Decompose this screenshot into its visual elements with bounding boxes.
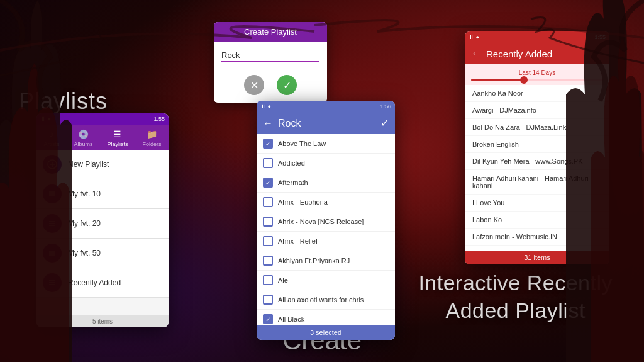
phone3-status-bar: ⏸ ● 1:55 (465, 31, 609, 43)
song-label-addicted: Addicted (278, 159, 305, 167)
phone3-recently-added: ⏸ ● 1:55 ← Recently Added Last 14 Days A… (465, 31, 609, 264)
fvt50-icon (43, 244, 62, 263)
song-checkbox-addicted[interactable] (263, 158, 273, 168)
nav-folders[interactable]: 📁 Folders (142, 128, 161, 147)
phone2-footer: 3 selected (257, 325, 395, 340)
recently-song-2[interactable]: Awargi - DJMaza.nfo (465, 102, 609, 119)
filter-slider-thumb[interactable] (520, 76, 528, 84)
song-item-above-the-law[interactable]: ✓ Above The Law (257, 134, 395, 154)
song-checkbox-ahrix-euphoria[interactable] (263, 197, 273, 207)
nav-playlists[interactable]: ☰ Playlists (107, 128, 128, 147)
phone1-playlist-list: New Playlist My fvt. 10 My fvt. 20 My fv… (36, 150, 169, 315)
nav-albums[interactable]: 💿 Albums (74, 128, 92, 147)
phone3-header: ← Recently Added (465, 43, 609, 64)
fvt10-icon (43, 184, 62, 203)
recently-song-4[interactable]: Broken English (465, 136, 609, 153)
song-checkbox-aftermath[interactable]: ✓ (263, 178, 273, 188)
filter-slider-fill (471, 79, 524, 81)
song-label-ale: Ale (278, 276, 288, 284)
new-playlist-label: New Playlist (68, 160, 109, 169)
song-item-all-black[interactable]: ✓ All Black (257, 310, 395, 325)
phone2-status-bar: ⏸ ● 1:56 (257, 101, 395, 112)
phone3-song-list: Aankho Ka Noor Awargi - DJMaza.nfo Bol D… (465, 85, 609, 251)
recently-song-5[interactable]: Dil Kyun Yeh Mera - www.Songs.PK (465, 153, 609, 170)
song-item-aftermath[interactable]: ✓ Aftermath (257, 173, 395, 193)
recently-song-9[interactable]: Lafzon mein - Webmusic.IN (465, 229, 609, 246)
song-checkbox-akhiyan[interactable] (263, 256, 273, 266)
albums-icon: 💿 (77, 128, 89, 140)
phone2-rock: ⏸ ● 1:56 ← Rock ✓ ✓ Above The Law Addict… (257, 101, 395, 340)
song-checkbox-all-black[interactable]: ✓ (263, 314, 273, 324)
folders-icon: 📁 (146, 128, 157, 140)
song-label-above-the-law: Above The Law (278, 140, 326, 147)
song-item-ahrix-nova[interactable]: Ahrix - Nova [NCS Release] (257, 212, 395, 232)
phone3-filter: Last 14 Days (465, 64, 609, 85)
playlists-icon: ☰ (112, 128, 123, 140)
phone3-footer: 31 items (465, 251, 609, 264)
recently-song-7[interactable]: I Love You (465, 195, 609, 212)
create-playlist-dialog: Create Playlist ✕ ✓ (214, 22, 327, 103)
phone2-status-time: 1:56 (380, 103, 391, 110)
song-checkbox-ale[interactable] (263, 275, 273, 285)
recently-label: Recently Added (68, 278, 121, 287)
song-checkbox-ahrix-nova[interactable] (263, 217, 273, 227)
phone2-check-all-icon[interactable]: ✓ (380, 117, 389, 129)
phone1-footer: 5 items (36, 315, 169, 327)
recently-song-8[interactable]: Labon Ko (465, 212, 609, 229)
fvt10-label: My fvt. 10 (68, 189, 101, 198)
fvt50-label: My fvt. 50 (68, 249, 101, 257)
song-label-aftermath: Aftermath (278, 179, 308, 186)
nav-artists[interactable]: ♪ Artists (43, 128, 59, 147)
song-item-ale[interactable]: Ale (257, 271, 395, 290)
phone1-body: ♪ Artists 💿 Albums ☰ Playlists 📁 Folders (36, 125, 169, 327)
recently-song-3[interactable]: Bol Do Na Zara - DJMaza.Link (465, 119, 609, 136)
recently-song-1[interactable]: Aankho Ka Noor (465, 85, 609, 102)
nav-folders-label: Folders (142, 141, 161, 147)
interactive-label: Interactive RecentlyAdded Playlist (418, 269, 613, 324)
song-item-addicted[interactable]: Addicted (257, 154, 395, 173)
fvt20-label: My fvt. 20 (68, 219, 101, 228)
song-checkbox-ahrix-relief[interactable] (263, 236, 273, 246)
dialog-ok-button[interactable]: ✓ (277, 75, 297, 95)
dialog-input-wrap (214, 42, 327, 70)
dialog-title: Create Playlist (214, 22, 327, 42)
song-item-ahrix-relief[interactable]: Ahrix - Relief (257, 232, 395, 251)
phone3-back-icon[interactable]: ← (471, 48, 481, 59)
playlist-item-new[interactable]: New Playlist (36, 150, 169, 179)
playlists-label: Playlists (19, 88, 108, 115)
phone2-title: Rock (278, 118, 375, 129)
playlist-item-fvt20[interactable]: My fvt. 20 (36, 209, 169, 239)
song-label-ahrix-euphoria: Ahrix - Euphoria (278, 198, 328, 206)
recently-song-10[interactable]: Lights (465, 246, 609, 251)
song-item-akhiyan[interactable]: Akhiyan Ft.Priyanka RJ (257, 251, 395, 271)
phone3-status-left: ⏸ ● (469, 34, 479, 40)
nav-playlists-label: Playlists (107, 141, 128, 147)
filter-slider[interactable] (471, 79, 603, 81)
playlist-item-recently[interactable]: Recently Added (36, 268, 169, 298)
playlist-item-fvt10[interactable]: My fvt. 10 (36, 179, 169, 209)
phone1-status-time: 1:55 (153, 116, 165, 122)
song-label-all-black: All Black (278, 315, 304, 323)
song-checkbox-above-the-law[interactable]: ✓ (263, 139, 273, 149)
phone1-nav: ♪ Artists 💿 Albums ☰ Playlists 📁 Folders (36, 125, 169, 150)
phone2-back-icon[interactable]: ← (263, 118, 273, 129)
phone2-header: ← Rock ✓ (257, 112, 395, 134)
song-label-axolotl: All an axolotl wants for chris (278, 296, 364, 303)
phone1-status-bar: ⏸ ● 1:55 (36, 113, 169, 125)
dialog-cancel-button[interactable]: ✕ (244, 75, 264, 95)
fvt20-icon (43, 214, 62, 233)
nav-artists-label: Artists (43, 141, 59, 147)
playlist-name-input[interactable] (221, 49, 319, 62)
song-checkbox-axolotl[interactable] (263, 295, 273, 305)
song-item-axolotl[interactable]: All an axolotl wants for chris (257, 290, 395, 310)
song-label-ahrix-nova: Ahrix - Nova [NCS Release] (278, 218, 364, 225)
phone2-song-list: ✓ Above The Law Addicted ✓ Aftermath Ahr… (257, 134, 395, 325)
recently-song-6[interactable]: Hamari Adhuri kahani - Hamari Adhuri kah… (465, 170, 609, 195)
phone3-status-time: 1:55 (594, 34, 606, 40)
artists-icon: ♪ (46, 128, 57, 140)
recently-icon (43, 273, 62, 292)
phone3-title: Recently Added (486, 48, 603, 59)
song-item-ahrix-euphoria[interactable]: Ahrix - Euphoria (257, 193, 395, 212)
phone1-playlists: ⏸ ● 1:55 ♪ Artists 💿 Albums ☰ Playlists … (36, 113, 169, 327)
playlist-item-fvt50[interactable]: My fvt. 50 (36, 239, 169, 268)
